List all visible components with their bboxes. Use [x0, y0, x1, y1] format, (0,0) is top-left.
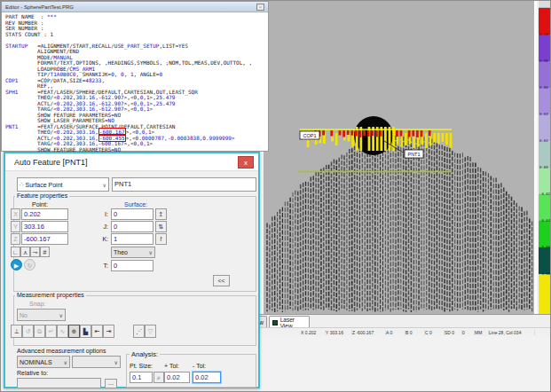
- status-item: MM: [475, 330, 489, 335]
- edit-window-titlebar[interactable]: Editor - SpherePartTest.PRG ▫: [2, 2, 268, 12]
- nominals-mode-combo[interactable]: ∨: [72, 356, 121, 368]
- rotate-icon[interactable]: ↺: [22, 325, 34, 338]
- minus-tol-label: - Tol:: [193, 363, 206, 369]
- feature-type-combo[interactable]: ∴ Surface Point ∨: [17, 177, 109, 192]
- group-label: Measurement properties: [15, 292, 86, 298]
- status-bar: X 0.202Y 303.16Z -600.167A 0B 0C 0SD 00M…: [223, 327, 551, 336]
- scale-tick-label: 0.00: [539, 166, 548, 169]
- auto-feature-dialog: Auto Feature [PNT1] x ∴ Surface Point ∨ …: [4, 152, 260, 388]
- i-vector-field[interactable]: 0: [111, 208, 153, 220]
- status-item: X 0.202: [301, 330, 326, 335]
- chevron-down-icon: ∨: [114, 359, 118, 365]
- probe-trigger-icon[interactable]: ⊥: [11, 325, 22, 338]
- peaks-toggle-icon[interactable]: ⋏: [20, 247, 30, 257]
- status-item: 0: [462, 330, 475, 335]
- scale-segment: [539, 8, 551, 35]
- collapse-button[interactable]: <<: [213, 275, 230, 286]
- scale-segment: [539, 61, 551, 88]
- offset-ratio-icon[interactable]: ⇥: [103, 325, 114, 338]
- group-label: Advanced measurement options: [15, 348, 107, 354]
- measure-play-button[interactable]: ▶: [11, 259, 22, 270]
- surface-label: Surface:: [124, 201, 147, 208]
- laser-3d-view[interactable]: COP1PNT1: [264, 1, 537, 314]
- nominals-combo[interactable]: NOMINALS ∨: [17, 356, 70, 368]
- scale-tick-label: 0.10: [539, 33, 548, 36]
- point-path-icon[interactable]: ⋰: [133, 325, 145, 338]
- axes-toggle-icon[interactable]: ∟: [11, 247, 20, 257]
- window-restore-icon[interactable]: ▫: [256, 4, 264, 11]
- snap-combo[interactable]: No ∨: [17, 309, 66, 321]
- target-icon[interactable]: ⊕: [68, 325, 80, 338]
- vector-align-icon[interactable]: ↾: [155, 233, 167, 245]
- chevron-down-icon: ∨: [59, 312, 63, 318]
- theo-mode-value: Theo: [114, 249, 149, 255]
- group-label: Feature properties: [15, 192, 69, 199]
- t-value-field[interactable]: 0: [111, 260, 153, 271]
- analysis-label: Analysis:: [130, 350, 160, 358]
- point-distance-icon[interactable]: ⊸: [30, 247, 40, 257]
- scale-tick-label: -0.02: [539, 192, 550, 196]
- z-coordinate-field[interactable]: -600.167: [21, 233, 68, 245]
- pnt1-annotation: PNT1: [405, 150, 423, 158]
- editor-code[interactable]: PART NAME : ***REV NUMBER : SER NUMBER :…: [2, 12, 268, 153]
- status-item: SD 0: [445, 330, 462, 335]
- relative-to-field[interactable]: [17, 378, 101, 388]
- filter-icon[interactable]: ▽: [145, 325, 156, 338]
- feature-name-input[interactable]: PNT1: [112, 177, 256, 192]
- vector-point-up-icon[interactable]: ↥: [155, 208, 167, 220]
- status-item: A 0: [386, 330, 405, 335]
- scale-tick-label: 0.02: [539, 139, 548, 143]
- remeasure-button[interactable]: ↻: [24, 259, 35, 270]
- point-label: Point:: [32, 201, 48, 208]
- status-item: C 0: [425, 330, 445, 335]
- view-tab-bar: Live View Laser View: [223, 314, 551, 327]
- svg-text:PNT1: PNT1: [407, 152, 420, 157]
- magnifier-icon[interactable]: ⌕: [153, 372, 164, 383]
- scale-tick-label: -0.08: [539, 272, 550, 276]
- j-vector-field[interactable]: 0: [111, 221, 153, 232]
- feature-type-value: Surface Point: [25, 182, 102, 188]
- scale-segment: [539, 141, 551, 168]
- depth-level-icon[interactable]: ▙: [80, 325, 91, 338]
- nominals-value: NOMINALS: [20, 359, 64, 365]
- x-axis-button[interactable]: X: [11, 208, 20, 220]
- snap-label: Snap:: [29, 301, 45, 307]
- offset-left-icon[interactable]: ⇤: [91, 325, 103, 338]
- snap-value: No: [20, 312, 59, 318]
- x-coordinate-field[interactable]: 0.202: [21, 208, 68, 220]
- surface-point-icon: ∴: [20, 181, 23, 188]
- edit-window-title: Editor - SpherePartTest.PRG: [5, 4, 256, 10]
- scale-tick-label: 0.06: [539, 86, 548, 90]
- scale-segment: [539, 168, 551, 194]
- dialog-titlebar[interactable]: Auto Feature [PNT1] x: [5, 153, 258, 171]
- browse-button[interactable]: ...: [105, 379, 117, 388]
- close-icon[interactable]: x: [238, 156, 254, 169]
- pt-size-field[interactable]: 0.1: [130, 372, 153, 383]
- dialog-title: Auto Feature [PNT1]: [14, 158, 88, 167]
- y-axis-button[interactable]: Y: [11, 221, 20, 232]
- edit-window: Editor - SpherePartTest.PRG ▫ PART NAME …: [1, 1, 269, 152]
- tab-laser-view[interactable]: Laser View: [269, 316, 310, 328]
- scale-segment: [539, 194, 551, 221]
- grid-snap-icon[interactable]: #: [40, 247, 50, 257]
- chevron-down-icon: ∨: [64, 359, 67, 365]
- status-item: Z -600.167: [352, 330, 386, 335]
- svg-text:COP1: COP1: [303, 133, 317, 138]
- scale-tick-label: 0.04: [539, 113, 548, 116]
- k-vector-field[interactable]: 1: [111, 233, 153, 245]
- scale-segment: [539, 88, 551, 114]
- y-coordinate-field[interactable]: 303.16: [21, 221, 68, 232]
- theo-mode-combo[interactable]: Theo ∨: [111, 247, 155, 258]
- minus-tol-field[interactable]: 0.02: [193, 372, 221, 383]
- return-path-icon[interactable]: ↵: [45, 325, 57, 338]
- z-axis-button[interactable]: Z: [11, 233, 20, 245]
- app-window: COP1PNT1 0.100.080.060.040.020.00-0.02-0…: [0, 0, 551, 392]
- laser-view-icon: [272, 320, 278, 325]
- scale-segment: [539, 35, 551, 61]
- scale-segment: [539, 114, 551, 141]
- plus-tol-field[interactable]: 0.02: [164, 372, 190, 383]
- status-item: B 0: [405, 330, 425, 335]
- vector-flip-icon[interactable]: ⇅: [155, 221, 167, 232]
- scan-graph-icon[interactable]: ∿: [57, 325, 68, 338]
- region-select-icon[interactable]: ⧉: [34, 325, 45, 338]
